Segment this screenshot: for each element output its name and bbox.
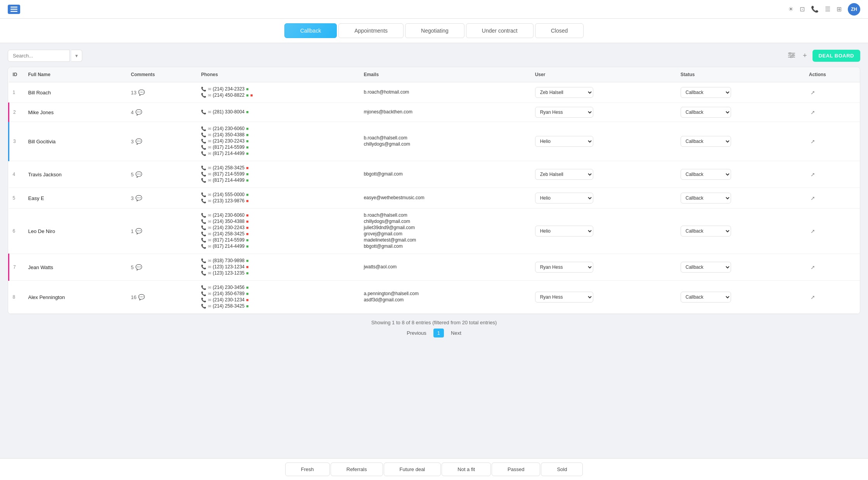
email-line: grovej@gmail.com [364, 231, 527, 237]
prev-page-button[interactable]: Previous [403, 329, 430, 337]
status-select[interactable]: CallbackAppointmentsNegotiatingUnder con… [681, 193, 731, 203]
cell-actions: ➚ [805, 281, 860, 314]
phone-line: 📞✉ (817) 214-4499 ■ [201, 151, 356, 156]
phone-line: 📞✉ (214) 230-2243 ■ [201, 225, 356, 230]
list-icon[interactable]: ☰ [825, 5, 830, 13]
cell-user: Zeb HalsellRyan HessHelio [531, 161, 677, 188]
edit-action-button[interactable]: ➚ [809, 137, 817, 146]
cell-id: 3 [9, 122, 24, 161]
phone-line: 📞✉ (214) 230-3456 ■ [201, 285, 356, 290]
cell-emails: bbgott@gmail.com [360, 161, 531, 188]
email-line: b.roach@halsell.com [364, 212, 527, 218]
deal-board-button[interactable]: DEAL BOARD [813, 50, 860, 62]
apps-icon[interactable]: ⊞ [837, 5, 842, 13]
cell-emails: easye@wethebestmusic.com [360, 188, 531, 209]
user-select[interactable]: Zeb HalsellRyan HessHelio [535, 87, 593, 98]
status-select[interactable]: CallbackAppointmentsNegotiatingUnder con… [681, 292, 731, 303]
sun-icon[interactable]: ☀ [788, 5, 794, 13]
cell-user: Zeb HalsellRyan HessHelio [531, 82, 677, 103]
add-button[interactable]: + [800, 49, 809, 62]
grid-icon[interactable]: ⊡ [800, 5, 805, 13]
next-page-button[interactable]: Next [447, 329, 465, 337]
status-select[interactable]: CallbackAppointmentsNegotiatingUnder con… [681, 87, 731, 98]
cell-phones: 📞✉ (214) 234-2323 ■📞✉ (214) 450-8822 ■■ [197, 82, 360, 103]
bottom-tab-referrals[interactable]: Referrals [331, 463, 383, 476]
table-row: 1Bill Roach13 💬📞✉ (214) 234-2323 ■📞✉ (21… [9, 82, 860, 103]
cell-status: CallbackAppointmentsNegotiatingUnder con… [677, 209, 805, 254]
email-line: chillydogs@gmail.com [364, 141, 527, 147]
phone-line: 📞✉ (214) 230-6060 ■ [201, 212, 356, 218]
cell-comments: 5 💬 [127, 254, 197, 281]
user-select[interactable]: Zeb HalsellRyan HessHelio [535, 136, 593, 147]
cell-name: Bill Gocitivia [24, 122, 127, 161]
status-select[interactable]: CallbackAppointmentsNegotiatingUnder con… [681, 107, 731, 118]
tab-negotiating[interactable]: Negotiating [405, 23, 464, 38]
user-select[interactable]: Zeb HalsellRyan HessHelio [535, 107, 593, 118]
user-select[interactable]: Zeb HalsellRyan HessHelio [535, 292, 593, 303]
edit-action-button[interactable]: ➚ [809, 226, 817, 236]
email-line: juliet39dnd9@gmail.com [364, 225, 527, 230]
edit-action-button[interactable]: ➚ [809, 108, 817, 117]
filter-button[interactable] [786, 50, 797, 62]
edit-action-button[interactable]: ➚ [809, 170, 817, 179]
table-row: 7Jean Watts5 💬📞✉ (818) 730-9898 ■📞✉ (123… [9, 254, 860, 281]
status-select[interactable]: CallbackAppointmentsNegotiatingUnder con… [681, 169, 731, 180]
phone-line: 📞✉ (214) 350-4388 ■ [201, 219, 356, 224]
cell-name: Easy E [24, 188, 127, 209]
pagination-controls: Previous 1 Next [8, 329, 860, 337]
cell-id: 1 [9, 82, 24, 103]
phone-line: 📞✉ (817) 214-5599 ■ [201, 171, 356, 177]
cell-name: Jean Watts [24, 254, 127, 281]
tab-closed[interactable]: Closed [535, 23, 584, 38]
cell-id: 2 [9, 103, 24, 122]
status-select[interactable]: CallbackAppointmentsNegotiatingUnder con… [681, 136, 731, 147]
phone-line: 📞✉ (214) 234-2323 ■ [201, 86, 356, 92]
phone-icon[interactable]: 📞 [811, 5, 819, 13]
edit-action-button[interactable]: ➚ [809, 263, 817, 272]
cell-comments: 13 💬 [127, 82, 197, 103]
status-select[interactable]: CallbackAppointmentsNegotiatingUnder con… [681, 262, 731, 273]
cell-user: Zeb HalsellRyan HessHelio [531, 254, 677, 281]
cell-name: Leo De Niro [24, 209, 127, 254]
cell-status: CallbackAppointmentsNegotiatingUnder con… [677, 122, 805, 161]
edit-action-button[interactable]: ➚ [809, 88, 817, 97]
phone-line: 📞✉ (214) 555-0000 ■ [201, 192, 356, 197]
bottom-tab-passed[interactable]: Passed [492, 463, 540, 476]
email-line: easye@wethebestmusic.com [364, 195, 527, 200]
cell-status: CallbackAppointmentsNegotiatingUnder con… [677, 254, 805, 281]
phone-line: 📞✉ (817) 214-5599 ■ [201, 237, 356, 243]
bottom-tab-future-deal[interactable]: Future deal [384, 463, 441, 476]
page-number-button[interactable]: 1 [433, 329, 444, 337]
edit-action-button[interactable]: ➚ [809, 193, 817, 203]
phone-line: 📞✉ (818) 730-9898 ■ [201, 258, 356, 263]
bottom-tab-not-a-fit[interactable]: Not a fit [442, 463, 491, 476]
table-row: 2Mike Jones4 💬📞✉ (281) 330-8004 ■mjones@… [9, 103, 860, 122]
user-select[interactable]: Zeb HalsellRyan HessHelio [535, 226, 593, 237]
bottom-tab-fresh[interactable]: Fresh [285, 463, 330, 476]
table-row: 3Bill Gocitivia3 💬📞✉ (214) 230-6060 ■📞✉ … [9, 122, 860, 161]
phone-line: 📞✉ (214) 230-2243 ■ [201, 138, 356, 144]
cell-status: CallbackAppointmentsNegotiatingUnder con… [677, 188, 805, 209]
cell-id: 5 [9, 188, 24, 209]
tab-under-contract[interactable]: Under contract [466, 23, 534, 38]
phone-line: 📞✉ (214) 230-6060 ■ [201, 126, 356, 131]
search-dropdown-button[interactable]: ▾ [71, 50, 82, 62]
email-line: bbgott@gmail.com [364, 243, 527, 249]
cell-user: Zeb HalsellRyan HessHelio [531, 103, 677, 122]
tab-appointments[interactable]: Appointments [338, 23, 404, 38]
user-avatar[interactable]: ZH [848, 3, 860, 16]
search-input[interactable] [8, 50, 70, 62]
col-fullname: Full Name [24, 67, 127, 82]
user-select[interactable]: Zeb HalsellRyan HessHelio [535, 169, 593, 180]
user-select[interactable]: Zeb HalsellRyan HessHelio [535, 193, 593, 203]
phone-line: 📞✉ (214) 450-8822 ■■ [201, 92, 356, 98]
email-line: asdf3d@gmail.com [364, 297, 527, 303]
status-select[interactable]: CallbackAppointmentsNegotiatingUnder con… [681, 226, 731, 237]
tab-callback[interactable]: Callback [284, 23, 337, 38]
user-select[interactable]: Zeb HalsellRyan HessHelio [535, 262, 593, 273]
phone-line: 📞✉ (214) 350-4388 ■ [201, 132, 356, 137]
bottom-tab-sold[interactable]: Sold [541, 463, 583, 476]
cell-status: CallbackAppointmentsNegotiatingUnder con… [677, 281, 805, 314]
toolbar: ▾ + DEAL BOARD [8, 49, 860, 62]
edit-action-button[interactable]: ➚ [809, 292, 817, 302]
